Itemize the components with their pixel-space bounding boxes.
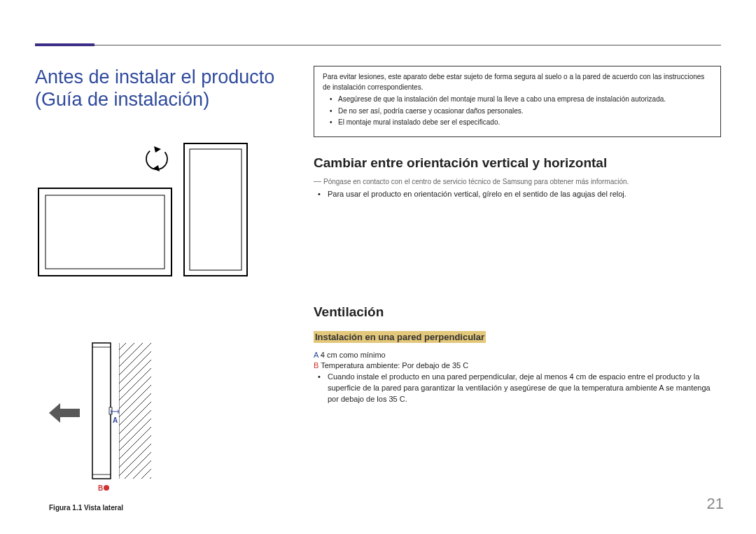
warning-box: Para evitar lesiones, este aparato debe … xyxy=(314,66,721,137)
svg-point-40 xyxy=(104,485,109,491)
side-view-figure: A B Figura 1.1 Vista lateral xyxy=(49,342,294,512)
page-number: 21 xyxy=(707,495,724,513)
orientation-figure xyxy=(38,131,294,291)
svg-rect-1 xyxy=(46,195,164,269)
warning-lead: Para evitar lesiones, este aparato debe … xyxy=(323,72,712,92)
ventilation-bullet: Cuando instale el producto en una pared … xyxy=(318,372,721,405)
orientation-bullet: Para usar el producto en orientación ver… xyxy=(318,189,721,200)
orientation-heading: Cambiar entre orientación vertical y hor… xyxy=(314,155,721,171)
figure-caption: Figura 1.1 Vista lateral xyxy=(49,504,294,512)
spec-a-label: A xyxy=(314,351,318,359)
svg-rect-7 xyxy=(57,409,80,417)
spec-b-line: B Temperatura ambiente: Por debajo de 35… xyxy=(314,361,721,370)
spec-b-text: Temperatura ambiente: Por debajo de 35 C xyxy=(318,361,468,370)
svg-marker-5 xyxy=(154,146,161,153)
label-b: B xyxy=(98,484,103,492)
page-title: Antes de instalar el producto (Guía de i… xyxy=(35,66,294,111)
side-view-svg: A B xyxy=(49,342,175,496)
page-content: Antes de instalar el producto (Guía de i… xyxy=(35,66,721,499)
svg-rect-2 xyxy=(184,143,247,276)
left-column: Antes de instalar el producto (Guía de i… xyxy=(35,66,294,499)
warning-bullet: Asegúrese de que la instalación del mont… xyxy=(330,94,712,105)
spec-a-text: 4 cm como mínimo xyxy=(318,351,386,359)
svg-rect-13 xyxy=(119,343,151,479)
warning-bullet: De no ser así, podría caerse y ocasionar… xyxy=(330,106,712,117)
warning-bullets: Asegúrese de que la instalación del mont… xyxy=(330,94,712,128)
ventilation-heading: Ventilación xyxy=(314,304,721,320)
spec-a-line: A 4 cm como mínimo xyxy=(314,351,721,359)
ventilation-bullets: Cuando instale el producto en una pared … xyxy=(318,372,721,405)
right-column: Para evitar lesiones, este aparato debe … xyxy=(314,66,721,499)
svg-rect-9 xyxy=(92,343,111,479)
orientation-svg xyxy=(38,131,248,288)
accent-rule xyxy=(35,43,94,46)
svg-rect-3 xyxy=(190,149,241,270)
label-a: A xyxy=(113,416,118,424)
orientation-bullets: Para usar el producto en orientación ver… xyxy=(318,189,721,200)
header-rule xyxy=(35,45,721,45)
svg-marker-8 xyxy=(49,403,60,423)
warning-bullet: El montaje mural instalado debe ser el e… xyxy=(330,118,712,128)
svg-marker-6 xyxy=(153,165,160,171)
orientation-note: Póngase en contacto con el centro de ser… xyxy=(314,178,721,185)
svg-rect-0 xyxy=(38,188,172,276)
ventilation-subheading: Instalación en una pared perpendicular xyxy=(314,331,486,343)
